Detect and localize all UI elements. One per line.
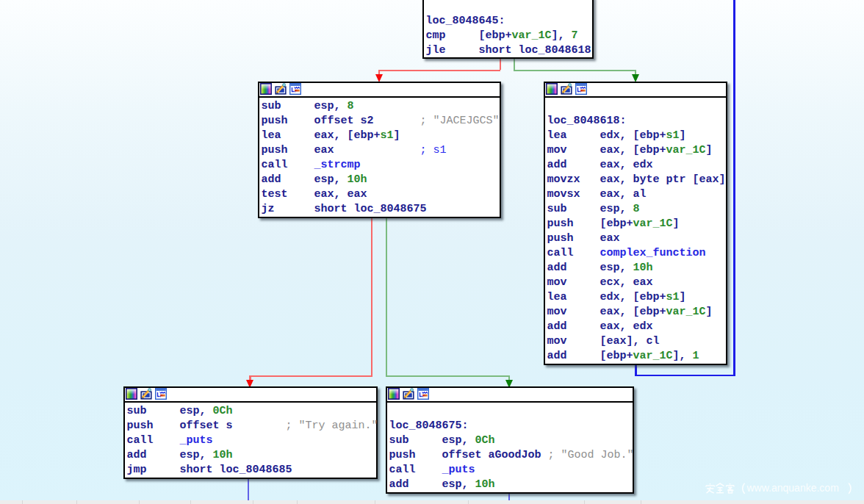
svg-text:www.anquanke.com: www.anquanke.com bbox=[746, 482, 839, 494]
